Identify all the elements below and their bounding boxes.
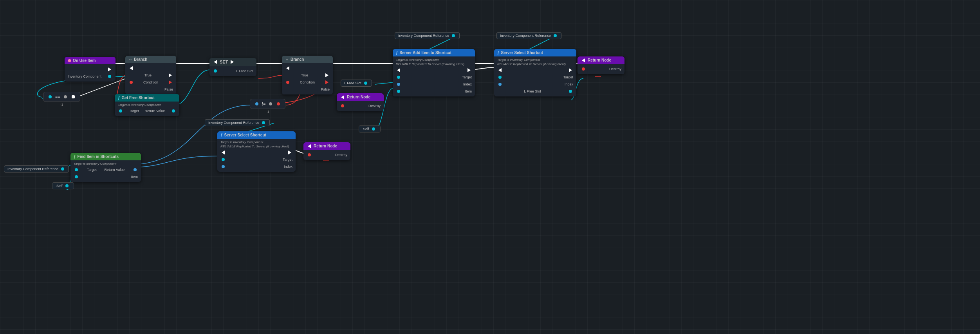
- return-node-left: Return Node Destroy: [337, 93, 384, 111]
- find-item-target-in: [75, 168, 78, 171]
- return-mid-destroy-pin: [308, 153, 311, 156]
- neq-out: [277, 102, 280, 105]
- branch2-true-row: True: [282, 72, 333, 79]
- server-select-right-lfreeslot-label: L Free Slot: [524, 89, 541, 93]
- inventory-component-label: Inventory Component: [68, 74, 101, 78]
- server-select-mid-index-label: Index: [284, 165, 292, 169]
- get-free-return-label: Return Value: [144, 109, 165, 113]
- get-free-return-out: [172, 109, 175, 113]
- return-node-mid-header: Return Node: [303, 142, 350, 150]
- server-select-mid-node: ƒ Server Select Shortcut Target is Inven…: [217, 131, 296, 172]
- inv-ref-middle-pin: [262, 121, 265, 124]
- on-use-item-node: ⬟ On Use Item Inventory Component: [65, 57, 116, 82]
- self-mid-pin: [372, 127, 375, 131]
- inv-ref-top-right-label: Inventory Component Reference: [398, 34, 449, 38]
- server-select-right-target: Target: [494, 74, 576, 81]
- on-use-item-exec-row: [65, 66, 116, 73]
- return-mid-destroy-row: Destroy: [303, 151, 350, 158]
- server-add-index-in: [397, 83, 400, 86]
- return-mid-exec-in: [308, 144, 311, 148]
- branch2-true-label: True: [301, 73, 308, 77]
- branch2-exec-in: [286, 66, 289, 70]
- set-title: SET: [220, 60, 228, 64]
- func2-icon: ƒ: [220, 133, 223, 137]
- find-item-return-label: Return Value: [104, 168, 125, 172]
- server-select-mid-exec: [217, 149, 296, 156]
- self-mid-label: Self: [363, 127, 369, 131]
- branch1-false-pin: [169, 80, 172, 84]
- server-add-target-in: [397, 76, 400, 79]
- find-item-shortcuts-node: ƒ Find Item in Shortcuts Target is Inven…: [70, 153, 141, 182]
- eq-value: -1: [43, 103, 80, 107]
- server-select-right-header: ƒ Server Select Shortcut: [494, 49, 576, 56]
- server-select-right-node: ƒ Server Select Shortcut Target is Inven…: [494, 49, 576, 96]
- return-left-exec-in: [341, 95, 344, 99]
- server-add-item-row: Item: [393, 88, 475, 95]
- server-add-item-in: [397, 90, 400, 93]
- return-node-mid-body: Destroy: [303, 150, 350, 160]
- return-mid-destroy-label: Destroy: [335, 153, 347, 157]
- server-add-item-label: Item: [465, 89, 472, 93]
- server-select-right-sub2: RELIABLE Replicated To Server (if owning…: [494, 62, 576, 67]
- server-select-right-index-in: [498, 83, 502, 86]
- branch1-icon: ↔: [128, 57, 132, 62]
- server-add-index-label: Index: [463, 82, 472, 86]
- server-select-mid-exec-in: [222, 151, 225, 154]
- return-node-right-header: Return Node: [578, 56, 624, 64]
- on-use-item-inv-row: Inventory Component: [65, 73, 116, 80]
- get-free-shortcut-node: ƒ Get Free Shortcut Target is Inventory …: [115, 94, 179, 116]
- get-free-shortcut-target-row: Target Return Value: [115, 107, 179, 114]
- server-select-right-index: Index: [494, 81, 576, 88]
- neq-in2: [269, 102, 272, 105]
- server-select-right-lfreeslot-out: [569, 90, 572, 93]
- func5-icon: ƒ: [74, 154, 76, 159]
- return-node-right-body: Destroy: [578, 64, 624, 74]
- connections-svg: [0, 0, 980, 334]
- branch1-condition-label: Condition: [143, 80, 158, 84]
- branch1-exec-row: [125, 65, 176, 72]
- server-select-mid-target-label: Target: [283, 158, 292, 162]
- not-equals-node: != -1: [250, 99, 285, 114]
- branch1-body: True Condition False: [125, 63, 176, 94]
- server-select-right-exec: [494, 67, 576, 74]
- self-bottom-pin: [65, 184, 69, 187]
- server-select-mid-header: ƒ Server Select Shortcut: [217, 131, 296, 139]
- branch2-false-label-row: False: [282, 86, 333, 93]
- get-free-target-in: [119, 109, 122, 113]
- find-item-return-out: [134, 168, 137, 171]
- server-select-mid-exec-out: [288, 151, 291, 154]
- branch2-exec-row: [282, 65, 333, 72]
- inv-ref-left-pin: [61, 167, 64, 171]
- server-add-target-label: Target: [462, 75, 472, 79]
- find-item-body: Target is Inventory Component Target Ret…: [70, 160, 141, 182]
- set-lfreeslot-row: L Free Slot: [209, 67, 256, 74]
- server-select-right-exec-out: [569, 68, 572, 72]
- branch2-condition-row: Condition: [282, 79, 333, 86]
- set-body: L Free Slot: [209, 66, 256, 76]
- l-free-slot-pin: [364, 82, 367, 85]
- func3-icon: ƒ: [396, 51, 398, 55]
- set-node: SET L Free Slot: [209, 58, 256, 76]
- set-lfreeslot-label: L Free Slot: [236, 69, 253, 73]
- branch1-true-pin: [169, 73, 172, 77]
- return-node-left-header: Return Node: [337, 93, 384, 101]
- inv-ref-top-right2-node: Inventory Component Reference: [496, 32, 561, 39]
- branch2-condition-label: Condition: [300, 80, 315, 84]
- branch1-header: ↔ Branch: [125, 56, 176, 63]
- equals-node: == -1: [43, 92, 80, 107]
- branch2-condition-in: [286, 81, 289, 84]
- server-select-right-target-label: Target: [563, 75, 573, 79]
- eq-in1: [49, 95, 52, 98]
- find-item-target-row: Target Return Value: [70, 166, 141, 173]
- server-add-target-row: Target: [393, 74, 475, 81]
- server-add-exec-out: [467, 68, 471, 72]
- inv-ref-middle-node: Inventory Component Reference: [205, 119, 270, 126]
- server-select-mid-index-in: [222, 165, 225, 168]
- branch2-icon: ↔: [285, 57, 289, 62]
- find-item-item-row: Item: [70, 173, 141, 180]
- server-add-item-header: ƒ Server Add Item to Shortcut: [393, 49, 475, 56]
- branch1-node: ↔ Branch True Condition False: [125, 56, 176, 94]
- condition-in-pin: [130, 81, 133, 84]
- get-free-shortcut-body: Target is Inventory Component Target Ret…: [115, 102, 179, 116]
- neq-in1: [255, 102, 258, 105]
